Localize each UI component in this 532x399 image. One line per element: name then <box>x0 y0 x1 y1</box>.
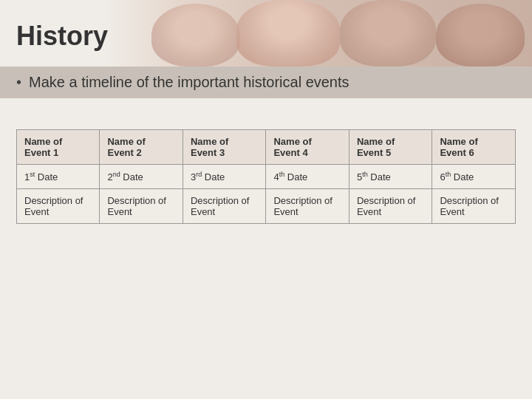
face-3 <box>236 0 340 66</box>
table-cell: 4th Date <box>266 165 349 189</box>
table-cell: Description of Event <box>349 189 432 224</box>
table-cell: Name ofEvent 2 <box>100 130 183 165</box>
slide: History • Make a timeline of the importa… <box>0 0 532 399</box>
table-cell: Name ofEvent 4 <box>266 130 349 165</box>
bullet-icon: • <box>16 74 21 91</box>
subtitle-bar: • Make a timeline of the important histo… <box>0 66 532 98</box>
table-cell: 1st Date <box>17 165 100 189</box>
table-cell: Description of Event <box>100 189 183 224</box>
table-cell: Description of Event <box>432 189 516 224</box>
table-cell: Name ofEvent 5 <box>349 130 432 165</box>
face-2 <box>340 0 436 66</box>
table-cell: 2nd Date <box>100 165 183 189</box>
table-cell: 5th Date <box>349 165 432 189</box>
table-row: Description of Event Description of Even… <box>17 189 516 224</box>
table-cell: Description of Event <box>17 189 100 224</box>
table-row: 1st Date 2nd Date 3rd Date 4th Date 5th … <box>17 165 516 189</box>
table-cell: 3rd Date <box>183 165 265 189</box>
photo-overlay <box>103 0 532 66</box>
timeline-table: Name ofEvent 1 Name ofEvent 2 Name ofEve… <box>16 129 516 224</box>
timeline-container: Name ofEvent 1 Name ofEvent 2 Name ofEve… <box>16 129 516 224</box>
table-cell: Description of Event <box>183 189 265 224</box>
table-cell: Description of Event <box>266 189 349 224</box>
page-title: History <box>16 21 108 52</box>
table-row: Name ofEvent 1 Name ofEvent 2 Name ofEve… <box>17 130 516 165</box>
face-4 <box>151 4 240 66</box>
table-cell: Name ofEvent 1 <box>17 130 100 165</box>
table-cell: Name ofEvent 3 <box>183 130 265 165</box>
subtitle-text: Make a timeline of the important histori… <box>29 74 349 91</box>
face-1 <box>436 4 525 66</box>
table-cell: Name ofEvent 6 <box>432 130 516 165</box>
table-cell: 6th Date <box>432 165 516 189</box>
